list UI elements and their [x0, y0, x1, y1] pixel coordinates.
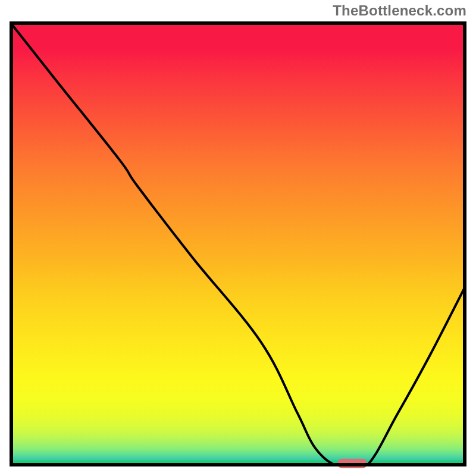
chart-container: TheBottleneck.com — [0, 0, 476, 476]
sweet-band — [10, 461, 466, 466]
sweet-spot-marker — [337, 459, 367, 468]
plot-frame — [10, 21, 466, 466]
watermark-text: TheBottleneck.com — [333, 2, 466, 19]
background-gradient — [10, 21, 466, 466]
